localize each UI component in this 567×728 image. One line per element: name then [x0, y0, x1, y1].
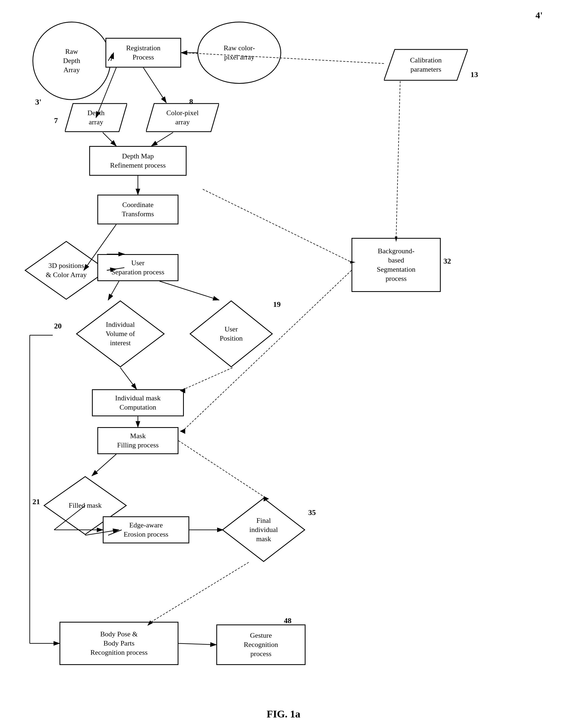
label-20: 20: [54, 322, 62, 330]
background-segmentation: Background-basedSegmentationprocess: [352, 238, 441, 292]
figure-caption: FIG. 1a: [267, 708, 300, 720]
svg-line-14: [143, 68, 166, 103]
background-seg-label: Background-basedSegmentationprocess: [377, 247, 416, 283]
label-8: 8: [189, 97, 193, 106]
user-position-label: UserPosition: [220, 325, 243, 343]
calibration-parameters: Calibrationparameters: [384, 49, 468, 81]
depth-map-label: Depth MapRefinement process: [110, 152, 166, 170]
user-separation: UserSeparation process: [97, 254, 178, 281]
calibration-label: Calibrationparameters: [410, 56, 442, 74]
final-individual-mask: Finalindividualmask: [222, 497, 306, 562]
gesture-recognition: GestureRecognitionprocess: [216, 624, 306, 665]
label-48: 48: [284, 616, 291, 625]
svg-line-19: [103, 132, 116, 146]
diagram-container: 4' RawDepthArray 3' Raw color-pixel arra…: [0, 0, 567, 728]
individual-mask-label: Individual maskComputation: [115, 394, 161, 412]
edge-aware-erosion: Edge-awareErosion process: [103, 516, 189, 543]
registration-label: RegistrationProcess: [126, 44, 160, 62]
depth-map-refinement: Depth MapRefinement process: [89, 146, 187, 176]
svg-line-35: [92, 454, 116, 476]
coordinate-label: CoordinateTransforms: [122, 200, 154, 219]
registration-process: RegistrationProcess: [105, 38, 181, 68]
mask-filling-label: MaskFilling process: [117, 431, 159, 450]
label-21: 21: [32, 497, 40, 506]
label-7: 7: [54, 116, 58, 125]
svg-line-39: [178, 441, 265, 497]
svg-line-46: [178, 643, 216, 645]
svg-line-28: [160, 281, 219, 300]
label-32: 32: [443, 257, 451, 265]
svg-line-29: [120, 368, 137, 389]
filled-mask-label: Filled mask: [69, 501, 102, 510]
label-13: 13: [470, 70, 478, 79]
raw-depth-array-label: RawDepthArray: [63, 47, 80, 74]
individual-volume: IndividualVolume ofinterest: [76, 300, 165, 368]
body-pose-label: Body Pose &Body PartsRecognition process: [90, 630, 148, 657]
svg-line-31: [184, 368, 233, 389]
corner-label: 4': [536, 10, 543, 21]
positions-color-array: 3D positions& Color Array: [24, 241, 108, 300]
user-separation-label: UserSeparation process: [111, 258, 164, 277]
color-pixel-array-label: Color-pixelarray: [166, 108, 198, 127]
svg-marker-34: [180, 428, 185, 434]
svg-marker-16: [181, 51, 185, 54]
color-pixel-array: Color-pixelarray: [146, 103, 219, 132]
svg-line-25: [203, 189, 352, 262]
label-19: 19: [273, 300, 281, 309]
positions-color-label: 3D positions& Color Array: [46, 261, 87, 280]
individual-volume-label: IndividualVolume ofinterest: [106, 320, 135, 347]
raw-color-pixel-array: Raw color-pixel array: [197, 22, 281, 84]
label-35: 35: [308, 508, 316, 517]
coordinate-transforms: CoordinateTransforms: [97, 195, 178, 224]
body-pose: Body Pose &Body PartsRecognition process: [59, 622, 178, 665]
svg-line-20: [151, 132, 173, 146]
depth-array-label: Deptharray: [87, 108, 105, 127]
individual-mask-computation: Individual maskComputation: [92, 389, 184, 416]
final-mask-label: Finalindividualmask: [249, 516, 278, 543]
mask-filling: MaskFilling process: [97, 427, 178, 454]
svg-line-44: [151, 562, 249, 622]
raw-depth-array: RawDepthArray: [32, 22, 111, 100]
svg-line-27: [108, 281, 119, 300]
gesture-label: GestureRecognitionprocess: [244, 631, 278, 658]
edge-aware-label: Edge-awareErosion process: [124, 521, 168, 539]
label-3prime: 3': [35, 97, 41, 107]
svg-line-17: [396, 81, 400, 238]
user-position: UserPosition: [189, 300, 273, 368]
depth-array: Deptharray: [65, 103, 127, 132]
raw-color-pixel-label: Raw color-pixel array: [224, 44, 255, 62]
